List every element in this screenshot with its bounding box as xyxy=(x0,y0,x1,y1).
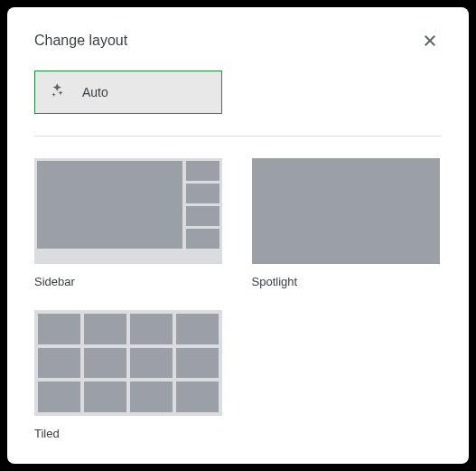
close-button[interactable] xyxy=(418,29,442,52)
layout-option-tiled[interactable]: Tiled xyxy=(34,310,225,440)
dialog-title: Change layout xyxy=(34,33,127,49)
tiled-preview xyxy=(34,310,222,416)
layout-option-sidebar[interactable]: Sidebar xyxy=(34,158,225,288)
change-layout-dialog: Change layout Auto Sidebar xyxy=(7,7,469,464)
dialog-header: Change layout xyxy=(34,29,442,52)
layout-grid: Sidebar Spotlight Tiled xyxy=(34,158,442,440)
sparkle-icon xyxy=(50,82,70,102)
auto-label: Auto xyxy=(82,85,108,99)
tiled-label: Tiled xyxy=(34,427,225,440)
layout-option-spotlight[interactable]: Spotlight xyxy=(252,158,443,288)
divider xyxy=(34,136,442,137)
spotlight-label: Spotlight xyxy=(252,275,443,288)
spotlight-preview xyxy=(252,158,440,264)
close-icon xyxy=(422,33,438,49)
sidebar-preview xyxy=(34,158,222,264)
sidebar-label: Sidebar xyxy=(34,275,225,288)
layout-option-auto[interactable]: Auto xyxy=(34,71,222,114)
